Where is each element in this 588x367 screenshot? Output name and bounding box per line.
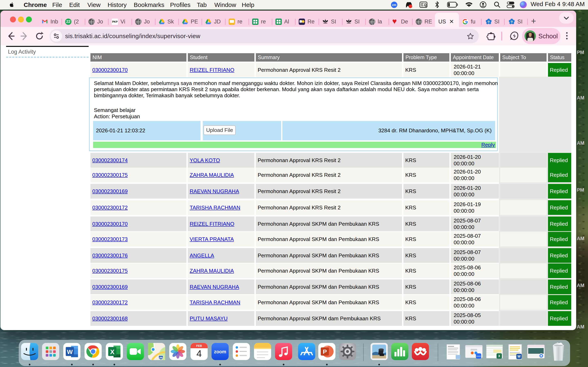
svg-text:280: 280 — [159, 357, 163, 359]
svg-text:4: 4 — [196, 348, 202, 359]
svg-text:W: W — [67, 349, 73, 355]
svg-text:P: P — [323, 348, 327, 355]
svg-text:FEB: FEB — [196, 344, 202, 347]
svg-text:W: W — [517, 355, 521, 358]
svg-text:X: X — [498, 354, 501, 358]
svg-text:zoom: zoom — [476, 355, 481, 357]
svg-text:X: X — [110, 348, 114, 356]
svg-text:zoom: zoom — [214, 349, 226, 354]
